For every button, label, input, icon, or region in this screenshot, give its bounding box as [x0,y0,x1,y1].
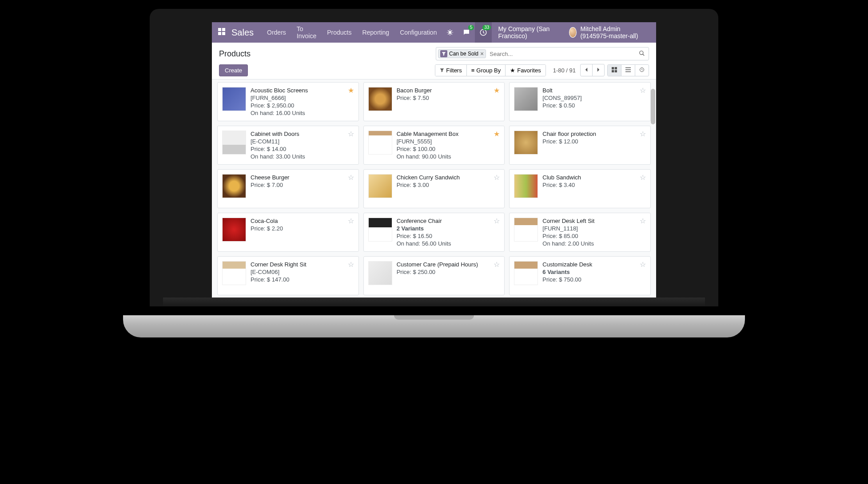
product-price: Price: $ 16.50 [397,233,500,239]
favorite-star-icon[interactable]: ☆ [640,260,646,269]
debug-icon[interactable] [442,22,458,43]
nav-item-products[interactable]: Products [322,22,357,43]
product-info: Customer Care (Prepaid Hours)Price: $ 25… [397,261,500,290]
product-reference: [E-COM06] [251,269,354,275]
product-image [514,218,538,242]
svg-rect-3 [222,32,225,35]
product-card[interactable]: Customer Care (Prepaid Hours)Price: $ 25… [363,256,505,295]
favorite-star-icon[interactable]: ☆ [640,86,646,95]
search-icon[interactable] [637,50,647,58]
activity-view-button[interactable] [635,65,649,76]
create-button[interactable]: Create [219,64,248,76]
product-image [514,261,538,285]
favorite-star-icon[interactable]: ☆ [348,173,354,182]
product-info: Cabinet with Doors[E-COM11]Price: $ 14.0… [251,131,354,160]
search-input[interactable] [488,51,635,57]
product-info: Bolt[CONS_89957]Price: $ 0.50 [542,87,646,116]
product-card[interactable]: Coca-ColaPrice: $ 2.20☆ [217,213,359,252]
product-price: Price: $ 2,950.00 [251,102,354,109]
favorite-star-icon[interactable]: ☆ [640,130,646,138]
product-card[interactable]: Chair floor protectionPrice: $ 12.00☆ [509,126,651,165]
pager-next-button[interactable] [593,64,604,76]
favorite-star-icon[interactable]: ★ [494,86,500,95]
product-info: Cheese BurgerPrice: $ 7.00 [251,174,354,203]
laptop-notch [394,315,474,320]
product-info: Chair floor protectionPrice: $ 12.00 [542,131,646,160]
svg-rect-9 [612,70,614,72]
product-card[interactable]: Acoustic Bloc Screens[FURN_6666]Price: $… [217,82,359,121]
kanban-view[interactable]: Acoustic Bloc Screens[FURN_6666]Price: $… [212,79,656,302]
product-card[interactable]: Chicken Curry SandwichPrice: $ 3.00☆ [363,169,505,208]
favorite-star-icon[interactable]: ☆ [494,260,500,269]
product-image [514,131,538,155]
nav-item-reporting[interactable]: Reporting [357,22,394,43]
product-name: Customizable Desk [542,261,646,268]
top-navbar: Sales OrdersTo InvoiceProductsReportingC… [212,22,656,43]
product-onhand: On hand: 2.00 Units [542,240,646,247]
product-variants: 6 Variants [542,269,646,275]
activity-badge: 33 [482,25,491,30]
product-info: Corner Desk Left Sit[FURN_1118]Price: $ … [542,218,646,247]
search-filter-chip[interactable]: Can be Sold × [438,49,486,58]
product-price: Price: $ 12.00 [542,138,646,145]
nav-item-configuration[interactable]: Configuration [394,22,442,43]
favorite-star-icon[interactable]: ★ [494,130,500,138]
product-card[interactable]: Conference Chair2 VariantsPrice: $ 16.50… [363,213,505,252]
laptop-bezel: Sales OrdersTo InvoiceProductsReportingC… [150,9,718,306]
search-view[interactable]: Can be Sold × [436,47,649,60]
pager-prev-button[interactable] [581,64,593,76]
product-card[interactable]: Club SandwichPrice: $ 3.40☆ [509,169,651,208]
product-reference: [CONS_89957] [542,95,646,101]
product-image [368,131,392,155]
product-card[interactable]: Cabinet with Doors[E-COM11]Price: $ 14.0… [217,126,359,165]
kanban-view-button[interactable] [608,65,621,76]
product-card[interactable]: Bacon BurgerPrice: $ 7.50★ [363,82,505,121]
nav-item-orders[interactable]: Orders [262,22,291,43]
nav-item-to-invoice[interactable]: To Invoice [291,22,322,43]
breadcrumb[interactable]: Products [219,49,251,59]
favorite-star-icon[interactable]: ☆ [640,173,646,182]
company-selector[interactable]: My Company (San Francisco) [492,25,563,40]
favorite-star-icon[interactable]: ☆ [494,217,500,225]
user-menu[interactable]: Mitchell Admin (9145975-master-all) [563,25,656,40]
product-info: Acoustic Bloc Screens[FURN_6666]Price: $… [251,87,354,116]
svg-rect-8 [615,67,617,69]
product-price: Price: $ 3.00 [397,182,500,188]
product-card[interactable]: Corner Desk Left Sit[FURN_1118]Price: $ … [509,213,651,252]
list-view-button[interactable] [621,65,635,76]
apps-menu-icon[interactable] [212,28,231,37]
messaging-icon[interactable]: 5 [458,22,475,43]
product-info: Club SandwichPrice: $ 3.40 [542,174,646,203]
groupby-button[interactable]: ≡ Group By [467,65,506,76]
favorite-star-icon[interactable]: ☆ [640,217,646,225]
product-name: Chair floor protection [542,131,646,137]
product-name: Customer Care (Prepaid Hours) [397,261,500,268]
favorite-star-icon[interactable]: ☆ [348,130,354,138]
activity-icon[interactable]: 33 [475,22,492,43]
chip-close-icon[interactable]: × [480,51,484,57]
product-name: Corner Desk Left Sit [542,218,646,224]
product-card[interactable]: Cable Management Box[FURN_5555]Price: $ … [363,126,505,165]
favorite-star-icon[interactable]: ☆ [494,173,500,182]
svg-rect-10 [615,70,617,72]
filters-button[interactable]: Filters [435,65,466,76]
favorites-button[interactable]: ★ Favorites [506,65,545,76]
pager-text[interactable]: 1-80 / 91 [549,67,580,74]
favorite-star-icon[interactable]: ★ [348,86,354,95]
product-reference: [FURN_6666] [251,95,354,101]
favorite-star-icon[interactable]: ☆ [348,217,354,225]
product-card[interactable]: Cheese BurgerPrice: $ 7.00☆ [217,169,359,208]
svg-point-6 [640,51,643,54]
product-info: Cable Management Box[FURN_5555]Price: $ … [397,131,500,160]
favorite-star-icon[interactable]: ☆ [348,260,354,269]
pager-arrows [580,64,605,76]
product-image [222,131,246,155]
laptop-keyboard [163,298,705,306]
product-name: Cheese Burger [251,174,354,181]
app-name[interactable]: Sales [231,28,262,38]
scrollbar[interactable] [651,89,655,124]
product-card[interactable]: Bolt[CONS_89957]Price: $ 0.50☆ [509,82,651,121]
product-name: Coca-Cola [251,218,354,224]
product-card[interactable]: Corner Desk Right Sit[E-COM06]Price: $ 1… [217,256,359,295]
product-card[interactable]: Customizable Desk6 VariantsPrice: $ 750.… [509,256,651,295]
